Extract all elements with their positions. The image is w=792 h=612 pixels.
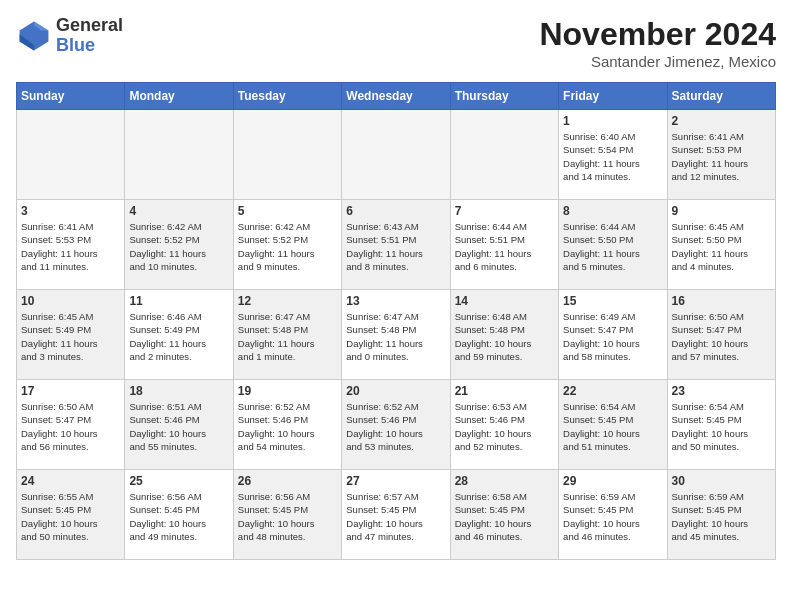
- calendar-cell: [233, 110, 341, 200]
- col-header-wednesday: Wednesday: [342, 83, 450, 110]
- day-number: 16: [672, 294, 771, 308]
- day-info: Sunrise: 6:48 AM Sunset: 5:48 PM Dayligh…: [455, 310, 554, 363]
- day-number: 11: [129, 294, 228, 308]
- day-info: Sunrise: 6:52 AM Sunset: 5:46 PM Dayligh…: [238, 400, 337, 453]
- calendar-cell: 24Sunrise: 6:55 AM Sunset: 5:45 PM Dayli…: [17, 470, 125, 560]
- calendar-cell: [342, 110, 450, 200]
- day-info: Sunrise: 6:56 AM Sunset: 5:45 PM Dayligh…: [129, 490, 228, 543]
- day-info: Sunrise: 6:47 AM Sunset: 5:48 PM Dayligh…: [238, 310, 337, 363]
- calendar-cell: 17Sunrise: 6:50 AM Sunset: 5:47 PM Dayli…: [17, 380, 125, 470]
- calendar-cell: [450, 110, 558, 200]
- calendar-cell: 7Sunrise: 6:44 AM Sunset: 5:51 PM Daylig…: [450, 200, 558, 290]
- calendar-table: SundayMondayTuesdayWednesdayThursdayFrid…: [16, 82, 776, 560]
- day-number: 14: [455, 294, 554, 308]
- day-info: Sunrise: 6:59 AM Sunset: 5:45 PM Dayligh…: [563, 490, 662, 543]
- calendar-cell: 27Sunrise: 6:57 AM Sunset: 5:45 PM Dayli…: [342, 470, 450, 560]
- day-info: Sunrise: 6:59 AM Sunset: 5:45 PM Dayligh…: [672, 490, 771, 543]
- day-number: 2: [672, 114, 771, 128]
- day-info: Sunrise: 6:44 AM Sunset: 5:51 PM Dayligh…: [455, 220, 554, 273]
- logo: General Blue: [16, 16, 123, 56]
- day-number: 17: [21, 384, 120, 398]
- day-number: 4: [129, 204, 228, 218]
- calendar-cell: 15Sunrise: 6:49 AM Sunset: 5:47 PM Dayli…: [559, 290, 667, 380]
- day-info: Sunrise: 6:52 AM Sunset: 5:46 PM Dayligh…: [346, 400, 445, 453]
- day-info: Sunrise: 6:56 AM Sunset: 5:45 PM Dayligh…: [238, 490, 337, 543]
- calendar-cell: 5Sunrise: 6:42 AM Sunset: 5:52 PM Daylig…: [233, 200, 341, 290]
- month-title: November 2024: [539, 16, 776, 53]
- day-info: Sunrise: 6:45 AM Sunset: 5:49 PM Dayligh…: [21, 310, 120, 363]
- day-info: Sunrise: 6:54 AM Sunset: 5:45 PM Dayligh…: [563, 400, 662, 453]
- col-header-tuesday: Tuesday: [233, 83, 341, 110]
- day-number: 21: [455, 384, 554, 398]
- calendar-cell: 1Sunrise: 6:40 AM Sunset: 5:54 PM Daylig…: [559, 110, 667, 200]
- logo-icon: [16, 18, 52, 54]
- calendar-cell: 8Sunrise: 6:44 AM Sunset: 5:50 PM Daylig…: [559, 200, 667, 290]
- day-info: Sunrise: 6:57 AM Sunset: 5:45 PM Dayligh…: [346, 490, 445, 543]
- day-info: Sunrise: 6:42 AM Sunset: 5:52 PM Dayligh…: [129, 220, 228, 273]
- calendar-cell: 9Sunrise: 6:45 AM Sunset: 5:50 PM Daylig…: [667, 200, 775, 290]
- calendar-cell: 11Sunrise: 6:46 AM Sunset: 5:49 PM Dayli…: [125, 290, 233, 380]
- day-number: 18: [129, 384, 228, 398]
- day-info: Sunrise: 6:49 AM Sunset: 5:47 PM Dayligh…: [563, 310, 662, 363]
- col-header-thursday: Thursday: [450, 83, 558, 110]
- calendar-cell: 10Sunrise: 6:45 AM Sunset: 5:49 PM Dayli…: [17, 290, 125, 380]
- calendar-cell: [125, 110, 233, 200]
- calendar-cell: 20Sunrise: 6:52 AM Sunset: 5:46 PM Dayli…: [342, 380, 450, 470]
- day-info: Sunrise: 6:41 AM Sunset: 5:53 PM Dayligh…: [672, 130, 771, 183]
- day-number: 22: [563, 384, 662, 398]
- day-info: Sunrise: 6:46 AM Sunset: 5:49 PM Dayligh…: [129, 310, 228, 363]
- day-number: 10: [21, 294, 120, 308]
- week-row-2: 3Sunrise: 6:41 AM Sunset: 5:53 PM Daylig…: [17, 200, 776, 290]
- calendar-cell: 16Sunrise: 6:50 AM Sunset: 5:47 PM Dayli…: [667, 290, 775, 380]
- day-number: 12: [238, 294, 337, 308]
- calendar-cell: 6Sunrise: 6:43 AM Sunset: 5:51 PM Daylig…: [342, 200, 450, 290]
- day-number: 13: [346, 294, 445, 308]
- col-header-monday: Monday: [125, 83, 233, 110]
- calendar-cell: 4Sunrise: 6:42 AM Sunset: 5:52 PM Daylig…: [125, 200, 233, 290]
- col-header-friday: Friday: [559, 83, 667, 110]
- day-number: 19: [238, 384, 337, 398]
- col-header-sunday: Sunday: [17, 83, 125, 110]
- day-number: 28: [455, 474, 554, 488]
- day-info: Sunrise: 6:58 AM Sunset: 5:45 PM Dayligh…: [455, 490, 554, 543]
- day-number: 20: [346, 384, 445, 398]
- week-row-1: 1Sunrise: 6:40 AM Sunset: 5:54 PM Daylig…: [17, 110, 776, 200]
- day-number: 29: [563, 474, 662, 488]
- calendar-cell: 21Sunrise: 6:53 AM Sunset: 5:46 PM Dayli…: [450, 380, 558, 470]
- day-info: Sunrise: 6:53 AM Sunset: 5:46 PM Dayligh…: [455, 400, 554, 453]
- calendar-cell: 28Sunrise: 6:58 AM Sunset: 5:45 PM Dayli…: [450, 470, 558, 560]
- day-info: Sunrise: 6:45 AM Sunset: 5:50 PM Dayligh…: [672, 220, 771, 273]
- day-number: 9: [672, 204, 771, 218]
- calendar-cell: 25Sunrise: 6:56 AM Sunset: 5:45 PM Dayli…: [125, 470, 233, 560]
- week-row-5: 24Sunrise: 6:55 AM Sunset: 5:45 PM Dayli…: [17, 470, 776, 560]
- day-number: 26: [238, 474, 337, 488]
- day-info: Sunrise: 6:51 AM Sunset: 5:46 PM Dayligh…: [129, 400, 228, 453]
- day-number: 5: [238, 204, 337, 218]
- calendar-cell: 18Sunrise: 6:51 AM Sunset: 5:46 PM Dayli…: [125, 380, 233, 470]
- calendar-cell: 12Sunrise: 6:47 AM Sunset: 5:48 PM Dayli…: [233, 290, 341, 380]
- day-number: 7: [455, 204, 554, 218]
- calendar-cell: 19Sunrise: 6:52 AM Sunset: 5:46 PM Dayli…: [233, 380, 341, 470]
- calendar-cell: 22Sunrise: 6:54 AM Sunset: 5:45 PM Dayli…: [559, 380, 667, 470]
- day-info: Sunrise: 6:44 AM Sunset: 5:50 PM Dayligh…: [563, 220, 662, 273]
- day-info: Sunrise: 6:47 AM Sunset: 5:48 PM Dayligh…: [346, 310, 445, 363]
- day-number: 25: [129, 474, 228, 488]
- col-header-saturday: Saturday: [667, 83, 775, 110]
- day-number: 24: [21, 474, 120, 488]
- day-number: 1: [563, 114, 662, 128]
- day-info: Sunrise: 6:40 AM Sunset: 5:54 PM Dayligh…: [563, 130, 662, 183]
- day-number: 30: [672, 474, 771, 488]
- day-number: 8: [563, 204, 662, 218]
- day-number: 15: [563, 294, 662, 308]
- calendar-cell: 23Sunrise: 6:54 AM Sunset: 5:45 PM Dayli…: [667, 380, 775, 470]
- day-info: Sunrise: 6:55 AM Sunset: 5:45 PM Dayligh…: [21, 490, 120, 543]
- day-info: Sunrise: 6:43 AM Sunset: 5:51 PM Dayligh…: [346, 220, 445, 273]
- day-info: Sunrise: 6:54 AM Sunset: 5:45 PM Dayligh…: [672, 400, 771, 453]
- day-info: Sunrise: 6:50 AM Sunset: 5:47 PM Dayligh…: [21, 400, 120, 453]
- calendar-cell: 2Sunrise: 6:41 AM Sunset: 5:53 PM Daylig…: [667, 110, 775, 200]
- calendar-cell: 13Sunrise: 6:47 AM Sunset: 5:48 PM Dayli…: [342, 290, 450, 380]
- header: General Blue November 2024 Santander Jim…: [16, 16, 776, 70]
- calendar-cell: 30Sunrise: 6:59 AM Sunset: 5:45 PM Dayli…: [667, 470, 775, 560]
- calendar-cell: 26Sunrise: 6:56 AM Sunset: 5:45 PM Dayli…: [233, 470, 341, 560]
- calendar-cell: 29Sunrise: 6:59 AM Sunset: 5:45 PM Dayli…: [559, 470, 667, 560]
